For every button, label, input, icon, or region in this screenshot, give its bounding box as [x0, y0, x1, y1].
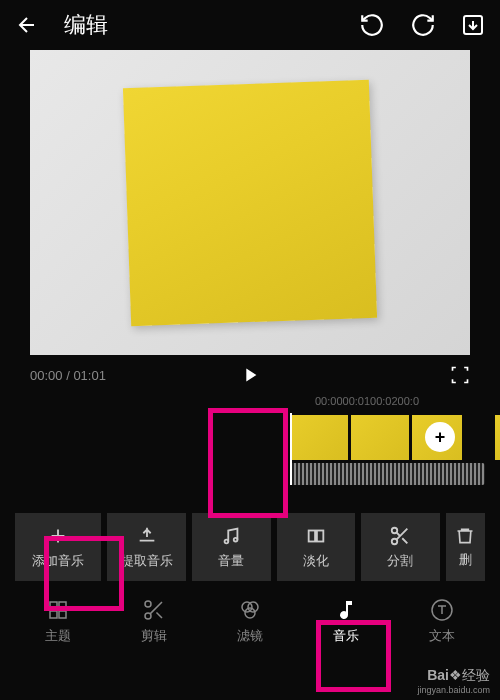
save-button[interactable]: [461, 13, 485, 37]
time-display: 00:00 / 01:01: [30, 368, 106, 383]
timeline-ruler: 00:00 00:01 00:02 00:0: [15, 395, 485, 415]
nav-edit[interactable]: 剪辑: [106, 598, 202, 645]
video-preview[interactable]: [30, 50, 470, 355]
svg-rect-4: [317, 530, 323, 541]
preview-content-object: [123, 79, 378, 325]
svg-point-5: [392, 527, 398, 533]
clip-thumbnail[interactable]: [495, 415, 500, 460]
svg-point-2: [234, 537, 238, 541]
bottom-nav: 主题 剪辑 滤镜 音乐 文本: [0, 581, 500, 656]
svg-rect-8: [59, 602, 66, 609]
svg-point-14: [248, 602, 258, 612]
svg-point-12: [145, 613, 151, 619]
watermark: Bai❖经验 jingyan.baidu.com: [417, 667, 490, 695]
undo-button[interactable]: [359, 12, 385, 38]
clip-thumbnail[interactable]: [290, 415, 348, 460]
timeline[interactable]: 00:00 00:01 00:02 00:0 +: [0, 395, 500, 505]
svg-point-1: [225, 539, 229, 543]
audio-waveform[interactable]: [290, 463, 485, 485]
delete-button[interactable]: 删: [446, 513, 485, 581]
play-button[interactable]: [239, 364, 261, 386]
back-button[interactable]: [15, 13, 39, 37]
extract-music-button[interactable]: 提取音乐: [107, 513, 186, 581]
svg-rect-10: [59, 611, 66, 618]
add-clip-button[interactable]: +: [425, 422, 455, 452]
redo-button[interactable]: [410, 12, 436, 38]
svg-point-11: [145, 601, 151, 607]
timeline-clips[interactable]: +: [15, 415, 485, 460]
split-button[interactable]: 分割: [361, 513, 440, 581]
preview-frame: [30, 50, 470, 355]
volume-button[interactable]: 音量: [192, 513, 271, 581]
clip-thumbnail[interactable]: [351, 415, 409, 460]
nav-text[interactable]: 文本: [394, 598, 490, 645]
music-toolbar: 添加音乐 提取音乐 音量 淡化 分割 删: [15, 513, 485, 581]
playhead[interactable]: [290, 413, 292, 485]
svg-point-6: [392, 538, 398, 544]
svg-rect-3: [309, 530, 315, 541]
add-music-button[interactable]: 添加音乐: [15, 513, 101, 581]
nav-theme[interactable]: 主题: [10, 598, 106, 645]
nav-filter[interactable]: 滤镜: [202, 598, 298, 645]
svg-point-15: [245, 608, 255, 618]
fullscreen-button[interactable]: [450, 365, 470, 385]
nav-music[interactable]: 音乐: [298, 598, 394, 645]
page-title: 编辑: [64, 10, 339, 40]
fade-button[interactable]: 淡化: [277, 513, 356, 581]
svg-rect-7: [50, 602, 57, 609]
svg-rect-9: [50, 611, 57, 618]
